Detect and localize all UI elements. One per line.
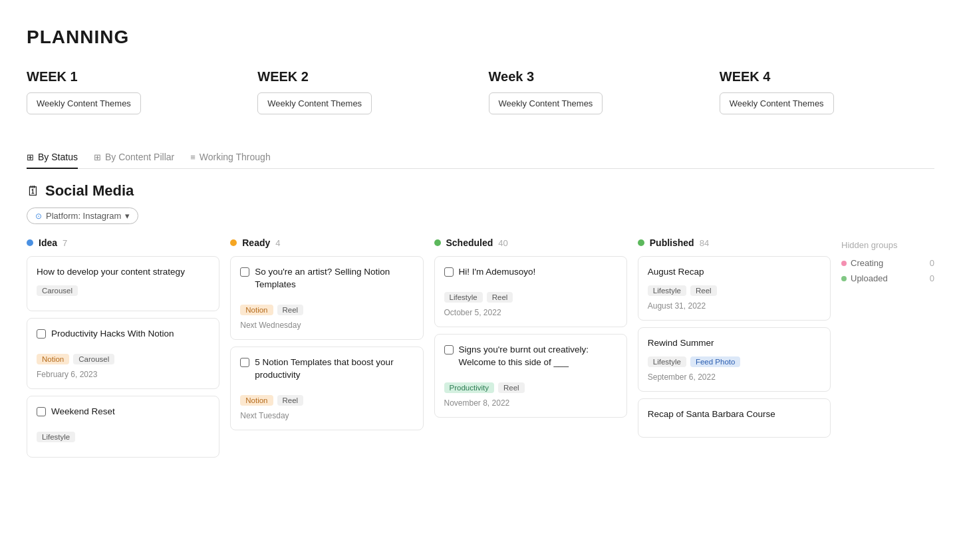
kanban-card[interactable]: Hi! I'm Ademusoyo! LifestyleReelOctober … [434,256,627,327]
card-tags: LifestyleReel [444,292,617,303]
tag: Productivity [444,382,494,393]
status-dot [230,239,237,246]
tag: Lifestyle [648,285,686,296]
status-count: 84 [700,238,709,248]
week-label: Week 3 [489,69,704,84]
status-label: Idea [39,237,57,248]
hidden-group-label: Creating [851,258,883,268]
week-column: WEEK 1 Weekly Content Themes [27,69,241,114]
kanban-card[interactable]: Rewind SummerLifestyleFeed PhotoSeptembe… [638,327,831,392]
tag: Notion [37,354,69,364]
status-label: Scheduled [446,237,493,248]
section-header: 🗓 Social Media [27,182,934,200]
card-header-row: So you're an artist? Selling Notion Temp… [240,266,413,298]
card-title: August Recap [648,266,821,279]
card-tags: ProductivityReel [444,382,617,393]
weekly-theme-button[interactable]: Weekly Content Themes [257,92,372,114]
section-icon: 🗓 [27,184,40,199]
column-header: Ready 4 [230,237,423,248]
tab-icon: ≡ [190,152,196,162]
kanban-card[interactable]: How to develop your content strategyCaro… [27,256,219,311]
tag: Lifestyle [444,292,483,303]
week-label: WEEK 1 [27,69,241,84]
hidden-group-count: 0 [930,273,934,283]
tab-by-content-pillar[interactable]: ⊞By Content Pillar [94,146,174,169]
tab-label: By Content Pillar [105,152,174,162]
weekly-theme-button[interactable]: Weekly Content Themes [720,92,834,114]
status-count: 40 [498,238,507,248]
tag: Reel [498,382,525,393]
tag: Reel [487,292,513,303]
card-tags: Carousel [37,285,209,296]
kanban-card[interactable]: Recap of Santa Barbara Course [638,398,831,438]
weekly-theme-button[interactable]: Weekly Content Themes [27,92,141,114]
card-date: August 31, 2022 [648,301,821,311]
card-date: October 5, 2022 [444,308,617,317]
tag: Reel [277,305,304,315]
hidden-group-item[interactable]: Creating 0 [841,258,934,268]
filter-icon: ⊙ [35,211,42,221]
kanban-card[interactable]: Productivity Hacks With Notion NotionCar… [27,318,219,389]
tab-by-status[interactable]: ⊞By Status [27,146,78,169]
card-schedule: Next Tuesday [240,411,413,420]
instagram-icon [444,267,454,277]
tag: Lifestyle [648,356,686,367]
kanban-card[interactable]: So you're an artist? Selling Notion Temp… [230,256,423,340]
tabs-bar: ⊞By Status⊞By Content Pillar≡Working Thr… [27,146,934,169]
status-count: 4 [275,238,280,248]
kanban-column-published: Published 84 August RecapLifestyleReelAu… [638,237,831,464]
section-title: Social Media [45,182,134,200]
hidden-group-dot [841,261,847,266]
tab-icon: ⊞ [27,152,34,162]
status-dot [27,239,33,246]
weekly-theme-button[interactable]: Weekly Content Themes [489,92,603,114]
kanban-board: Idea 7 How to develop your content strat… [27,237,934,464]
week-column: WEEK 4 Weekly Content Themes [720,69,934,114]
kanban-card[interactable]: August RecapLifestyleReelAugust 31, 2022 [638,256,831,321]
tag: Carousel [73,354,114,364]
kanban-column-idea: Idea 7 How to develop your content strat… [27,237,219,464]
card-header-row: Weekend Reset [37,406,209,425]
kanban-card[interactable]: Weekend Reset Lifestyle [27,396,219,458]
hidden-group-count: 0 [930,258,934,268]
kanban-column-ready: Ready 4 So you're an artist? Selling Not… [230,237,423,464]
card-title: Weekend Reset [51,406,115,418]
tab-label: Working Through [200,152,271,162]
kanban-column-scheduled: Scheduled 40 Hi! I'm Ademusoyo! Lifestyl… [434,237,627,464]
week-column: WEEK 2 Weekly Content Themes [257,69,472,114]
card-tags: NotionReel [240,305,413,315]
card-title: So you're an artist? Selling Notion Temp… [255,266,413,291]
hidden-groups-title: Hidden groups [841,240,934,250]
card-title: 5 Notion Templates that boost your produ… [255,356,413,382]
card-title: Hi! I'm Ademusoyo! [459,266,536,279]
card-header-row: Signs you're burnt out creatively: Welco… [444,344,617,376]
platform-filter-button[interactable]: ⊙ Platform: Instagram ▾ [27,208,138,224]
card-title: Recap of Santa Barbara Course [648,408,821,421]
tag: Notion [240,305,273,315]
tag: Lifestyle [37,432,75,442]
hidden-groups-column: Hidden groups Creating 0 Uploaded 0 [841,237,934,464]
card-date: November 8, 2022 [444,398,617,408]
kanban-card[interactable]: 5 Notion Templates that boost your produ… [230,347,423,430]
chevron-down-icon: ▾ [125,211,130,221]
card-title: Signs you're burnt out creatively: Welco… [459,344,617,369]
tab-icon: ⊞ [94,152,101,162]
hidden-group-dot [841,276,847,281]
tag: Reel [690,285,717,296]
tag: Carousel [37,285,78,296]
card-title: Rewind Summer [648,337,821,350]
kanban-card[interactable]: Signs you're burnt out creatively: Welco… [434,334,627,418]
card-tags: LifestyleReel [648,285,821,296]
tab-working-through[interactable]: ≡Working Through [190,146,270,169]
week-column: Week 3 Weekly Content Themes [489,69,704,114]
hidden-group-item[interactable]: Uploaded 0 [841,273,934,283]
card-tags: Lifestyle [37,432,209,442]
tab-label: By Status [38,152,78,162]
card-title: How to develop your content strategy [37,266,209,279]
tag: Reel [277,395,304,406]
card-schedule: Next Wednesday [240,321,413,330]
instagram-icon [240,358,249,367]
filter-label: Platform: Instagram [46,211,121,221]
status-label: Published [650,237,694,248]
week-label: WEEK 2 [257,69,472,84]
